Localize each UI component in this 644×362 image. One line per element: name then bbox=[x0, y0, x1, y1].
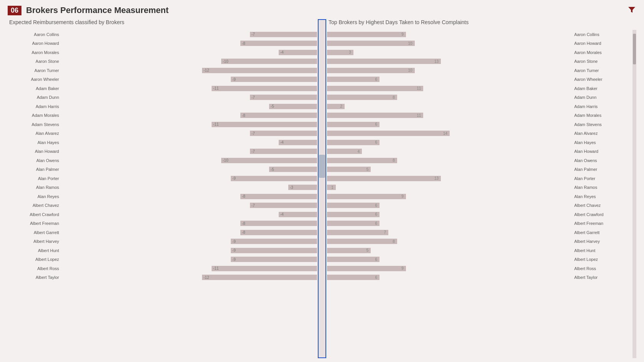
neg-bar: -7 bbox=[250, 95, 317, 100]
left-broker-name: Albert Ross bbox=[8, 264, 61, 273]
left-broker-name: Adam Dunn bbox=[8, 93, 61, 102]
right-bar-row: 11 bbox=[327, 111, 571, 120]
right-bar-row: 6 bbox=[327, 210, 571, 219]
neg-bar: -9 bbox=[231, 77, 317, 82]
neg-bar: -8 bbox=[240, 41, 317, 46]
left-broker-name: Alan Hayes bbox=[8, 138, 61, 147]
bar-value-label: 6 bbox=[375, 221, 378, 226]
bar-value-label: 5 bbox=[366, 167, 370, 172]
right-broker-name: Alan Alvarez bbox=[571, 129, 632, 138]
page-number: 06 bbox=[8, 6, 21, 15]
bar-value-label: -5 bbox=[271, 104, 274, 108]
pos-bar: 4 bbox=[327, 149, 362, 154]
left-bar-row: -7 bbox=[61, 30, 317, 39]
left-broker-name: Alan Howard bbox=[8, 147, 61, 156]
bar-value-label: -4 bbox=[280, 50, 284, 54]
right-broker-name: Alan Ramos bbox=[571, 183, 632, 192]
bar-value-label: -7 bbox=[251, 203, 255, 208]
left-bar-row: -10 bbox=[61, 57, 317, 66]
neg-bar: -7 bbox=[250, 131, 317, 136]
pos-bar: 3 bbox=[327, 50, 353, 55]
right-bar-row: 9 bbox=[327, 264, 571, 273]
right-bar-row: 2 bbox=[327, 102, 571, 111]
left-broker-name: Alan Alvarez bbox=[8, 129, 61, 138]
bar-value-label: 9 bbox=[401, 32, 404, 36]
left-bar-row: -11 bbox=[61, 264, 317, 273]
pos-bar: 6 bbox=[327, 77, 380, 82]
left-bar-row: -9 bbox=[61, 237, 317, 246]
bar-value-label: -12 bbox=[204, 68, 209, 72]
right-scrollbar[interactable] bbox=[632, 30, 636, 358]
bar-value-label: -11 bbox=[213, 266, 219, 270]
left-broker-name: Albert Hunt bbox=[8, 246, 61, 255]
right-broker-name: Albert Freeman bbox=[571, 219, 632, 228]
pos-bar: 8 bbox=[327, 95, 397, 100]
bar-value-label: 6 bbox=[375, 77, 378, 82]
bar-value-label: -11 bbox=[213, 122, 219, 126]
right-broker-name: Adam Stevens bbox=[571, 120, 632, 129]
right-scrollbar-thumb[interactable] bbox=[633, 34, 636, 64]
right-broker-name: Alan Reyes bbox=[571, 192, 632, 201]
right-chart-content: 91031310611821161464851319666785696 Aaro… bbox=[327, 30, 636, 358]
neg-bar: -7 bbox=[250, 203, 317, 208]
right-bar-row: 6 bbox=[327, 255, 571, 264]
bar-value-label: 1 bbox=[331, 185, 334, 190]
neg-bar: -10 bbox=[221, 158, 317, 163]
left-broker-name: Alan Reyes bbox=[8, 192, 61, 201]
bar-value-label: -9 bbox=[232, 176, 236, 180]
right-bar-row: 8 bbox=[327, 237, 571, 246]
bar-value-label: -9 bbox=[232, 239, 236, 244]
right-broker-name: Adam Baker bbox=[571, 84, 632, 93]
left-broker-name: Alan Owens bbox=[8, 156, 61, 165]
right-bar-row: 4 bbox=[327, 147, 571, 156]
bar-value-label: -7 bbox=[251, 95, 255, 100]
bar-value-label: -8 bbox=[242, 113, 245, 118]
left-bar-row: -7 bbox=[61, 93, 317, 102]
bar-value-label: -9 bbox=[232, 248, 236, 252]
left-bar-row: -3 bbox=[61, 183, 317, 192]
bar-value-label: 4 bbox=[358, 149, 361, 154]
left-bar-row: -12 bbox=[61, 273, 317, 282]
right-bar-row: 6 bbox=[327, 138, 571, 147]
filter-icon[interactable] bbox=[627, 5, 636, 17]
left-bar-row: -10 bbox=[61, 156, 317, 165]
bar-value-label: 8 bbox=[393, 95, 396, 100]
pos-bar: 9 bbox=[327, 194, 406, 199]
left-broker-name: Albert Garrett bbox=[8, 228, 61, 237]
scrollbar-thumb[interactable] bbox=[319, 155, 325, 178]
pos-bar: 13 bbox=[327, 176, 441, 181]
neg-bar: -9 bbox=[231, 176, 317, 181]
pos-bar: 10 bbox=[327, 41, 415, 46]
bar-value-label: 9 bbox=[401, 266, 404, 270]
left-bar-row: -12 bbox=[61, 66, 317, 75]
left-bar-row: -5 bbox=[61, 102, 317, 111]
right-broker-name: Alan Howard bbox=[571, 147, 632, 156]
pos-bar: 9 bbox=[327, 266, 406, 271]
bar-value-label: -4 bbox=[280, 140, 284, 144]
bar-value-label: -5 bbox=[271, 167, 274, 172]
right-broker-name: Aaron Howard bbox=[571, 39, 632, 48]
middle-scrollbar[interactable] bbox=[318, 19, 326, 358]
right-broker-name: Albert Harvey bbox=[571, 237, 632, 246]
left-broker-name: Aaron Stone bbox=[8, 57, 61, 66]
left-broker-name: Aaron Howard bbox=[8, 39, 61, 48]
left-broker-name: Alan Ramos bbox=[8, 183, 61, 192]
bar-value-label: -8 bbox=[242, 41, 245, 46]
pos-bar: 11 bbox=[327, 113, 423, 118]
left-broker-name: Albert Crawford bbox=[8, 210, 61, 219]
bar-value-label: -8 bbox=[242, 221, 245, 226]
bar-value-label: 11 bbox=[417, 86, 422, 90]
pos-bar: 6 bbox=[327, 203, 380, 208]
pos-bar: 6 bbox=[327, 257, 380, 262]
left-broker-name: Alan Porter bbox=[8, 174, 61, 183]
left-broker-name: Aaron Wheeler bbox=[8, 75, 61, 84]
left-bar-row: -11 bbox=[61, 84, 317, 93]
neg-bar: -11 bbox=[212, 86, 317, 91]
left-bar-row: -8 bbox=[61, 39, 317, 48]
right-bar-row: 9 bbox=[327, 192, 571, 201]
bar-value-label: -7 bbox=[251, 131, 255, 136]
right-broker-name: Aaron Collins bbox=[571, 30, 632, 39]
right-bar-row: 10 bbox=[327, 66, 571, 75]
left-bar-row: -9 bbox=[61, 255, 317, 264]
left-bar-row: -4 bbox=[61, 210, 317, 219]
